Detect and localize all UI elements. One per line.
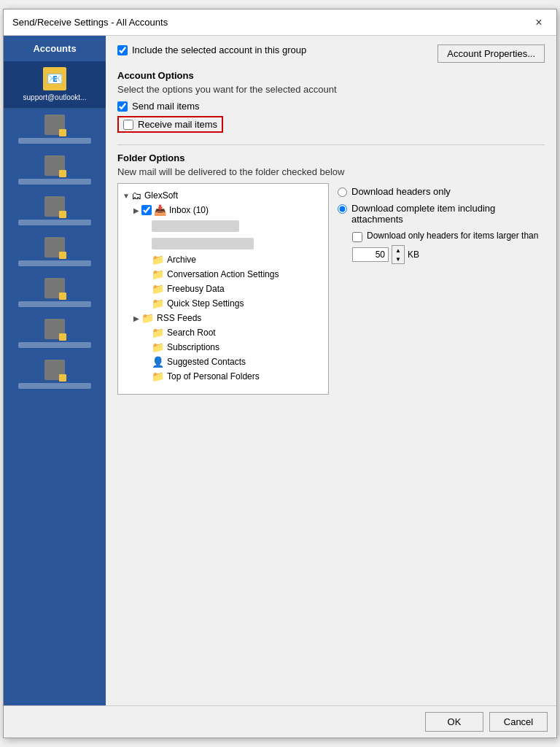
account-icon-8	[44, 360, 65, 380]
account-item-7[interactable]	[4, 313, 106, 354]
cancel-button[interactable]: Cancel	[489, 712, 548, 732]
download-size-checkbox[interactable]	[352, 232, 362, 242]
account-icon-7	[44, 319, 65, 339]
subscriptions-label: Subscriptions	[167, 342, 219, 352]
archive-label: Archive	[167, 255, 196, 265]
tree-blurred-1[interactable]	[121, 217, 325, 235]
primary-account-label: support@outlookt...	[23, 93, 87, 102]
personal-folders-label: Top of Personal Folders	[167, 371, 260, 382]
account-item-2[interactable]	[4, 109, 106, 150]
tree-rss[interactable]: ▶ 📁 RSS Feeds	[121, 311, 325, 325]
send-mail-checkbox[interactable]	[117, 101, 128, 112]
freebusy-label: Freebusy Data	[167, 284, 225, 294]
account-item-3[interactable]	[4, 150, 106, 190]
receive-mail-row: Receive mail items	[117, 116, 223, 133]
archive-icon: 📁	[152, 254, 164, 266]
download-headers-label: Download headers only	[351, 186, 451, 197]
size-input-row: ▲ ▼ KB	[352, 245, 538, 264]
accounts-sidebar: Accounts 📧 support@outlookt...	[4, 36, 106, 705]
quickstep-icon: 📁	[152, 298, 164, 309]
folder-options-desc: New mail will be delivered to the folder…	[117, 166, 545, 177]
account-item-8[interactable]	[4, 354, 106, 395]
primary-account-item[interactable]: 📧 support@outlookt...	[4, 61, 106, 109]
account-label-2	[18, 138, 91, 144]
account-label-7	[18, 342, 91, 348]
account-icon-6	[44, 278, 65, 298]
close-button[interactable]: ×	[530, 14, 548, 31]
rss-icon: 📁	[141, 312, 154, 324]
conversation-icon: 📁	[152, 268, 164, 280]
tree-searchroot[interactable]: 📁 Search Root	[121, 325, 325, 340]
receive-mail-checkbox[interactable]	[123, 120, 133, 130]
inbox-icon: 📥	[154, 204, 166, 216]
size-increment-button[interactable]: ▲	[392, 246, 404, 255]
account-options-section: Account Options Select the options you w…	[117, 70, 545, 137]
searchroot-label: Search Root	[167, 328, 216, 338]
suggested-contacts-label: Suggested Contacts	[167, 357, 246, 367]
account-icon-3	[44, 155, 65, 176]
include-account-checkbox[interactable]	[117, 45, 128, 55]
download-complete-row: Download complete item includingattachme…	[338, 203, 538, 225]
title-bar: Send/Receive Settings - All Accounts ×	[4, 9, 556, 36]
root-folder-icon: 🗂	[131, 190, 141, 201]
root-expander: ▼	[121, 192, 131, 200]
account-icon-5	[44, 237, 65, 258]
dialog-title: Send/Receive Settings - All Accounts	[12, 17, 168, 28]
account-icon-4	[44, 196, 65, 217]
account-label-8	[18, 383, 91, 389]
tree-freebusy[interactable]: 📁 Freebusy Data	[121, 282, 325, 296]
folder-options-title: Folder Options	[117, 152, 545, 163]
download-headers-radio[interactable]	[338, 187, 347, 197]
inbox-label: Inbox (10)	[169, 205, 209, 215]
dialog-body: Accounts 📧 support@outlookt...	[4, 36, 556, 705]
account-item-6[interactable]	[4, 272, 106, 313]
send-receive-dialog: Send/Receive Settings - All Accounts × A…	[3, 9, 557, 738]
account-options-desc: Select the options you want for the sele…	[117, 84, 545, 95]
freebusy-icon: 📁	[152, 283, 164, 295]
top-section: Include the selected account in this gro…	[117, 44, 545, 63]
tree-archive[interactable]: 📁 Archive	[121, 252, 325, 267]
account-options-title: Account Options	[117, 70, 545, 81]
rss-label: RSS Feeds	[157, 313, 201, 323]
tree-conversation[interactable]: 📁 Conversation Action Settings	[121, 267, 325, 282]
main-content: Include the selected account in this gro…	[106, 36, 556, 705]
section-divider	[117, 144, 545, 145]
searchroot-icon: 📁	[152, 327, 164, 338]
include-account-row: Include the selected account in this gro…	[117, 44, 306, 55]
tree-blurred-2[interactable]	[121, 235, 325, 252]
quickstep-label: Quick Step Settings	[167, 298, 244, 309]
tree-subscriptions[interactable]: 📁 Subscriptions	[121, 340, 325, 355]
account-label-3	[18, 179, 91, 185]
root-label: GlexSoft	[144, 190, 178, 201]
ok-button[interactable]: OK	[425, 712, 483, 732]
size-unit-label: KB	[408, 249, 419, 260]
primary-account-icon: 📧	[43, 67, 66, 90]
subscriptions-icon: 📁	[152, 341, 164, 353]
tree-suggested-contacts[interactable]: 👤 Suggested Contacts	[121, 355, 325, 369]
dialog-footer: OK Cancel	[4, 705, 556, 738]
download-size-option: Download only headers for items larger t…	[338, 231, 538, 264]
download-complete-radio[interactable]	[338, 204, 347, 214]
sidebar-header: Accounts	[4, 36, 106, 61]
include-account-label: Include the selected account in this gro…	[132, 44, 306, 55]
size-spinner: ▲ ▼	[392, 245, 405, 264]
tree-inbox[interactable]: ▶ 📥 Inbox (10)	[121, 203, 325, 217]
send-mail-label: Send mail items	[132, 101, 199, 112]
account-label-5	[18, 260, 91, 266]
account-item-4[interactable]	[4, 190, 106, 231]
size-input-field[interactable]	[352, 247, 389, 262]
tree-quickstep[interactable]: 📁 Quick Step Settings	[121, 296, 325, 311]
download-headers-only-row: Download headers only	[338, 186, 538, 197]
download-complete-label: Download complete item includingattachme…	[351, 203, 495, 225]
account-item-5[interactable]	[4, 231, 106, 272]
tree-personal-folders[interactable]: 📁 Top of Personal Folders	[121, 369, 325, 384]
size-decrement-button[interactable]: ▼	[392, 255, 404, 263]
download-options: Download headers only Download complete …	[338, 183, 538, 395]
account-icon-2	[44, 115, 65, 135]
tree-root[interactable]: ▼ 🗂 GlexSoft	[121, 188, 325, 203]
inbox-expander: ▶	[131, 206, 141, 214]
account-properties-button[interactable]: Account Properties...	[438, 44, 545, 63]
folder-tree: ▼ 🗂 GlexSoft ▶ 📥 Inbox (10)	[117, 183, 329, 395]
inbox-checkbox[interactable]	[141, 205, 152, 215]
personal-folders-icon: 📁	[152, 371, 164, 382]
